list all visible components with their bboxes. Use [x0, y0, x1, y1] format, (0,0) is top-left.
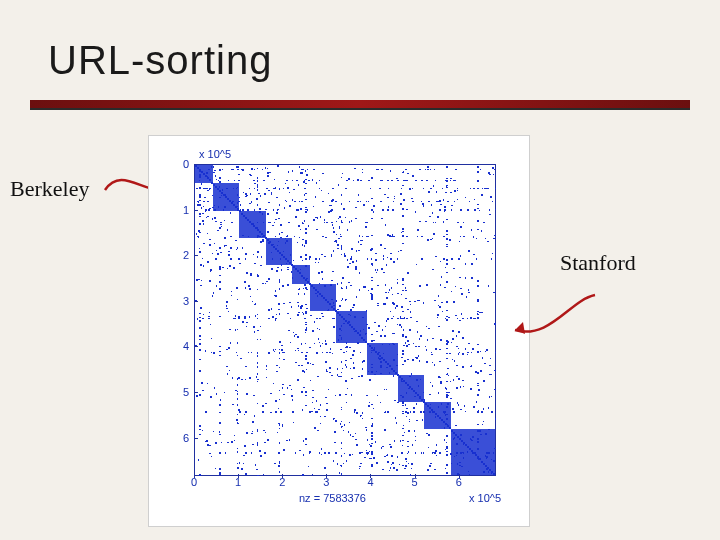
- y-tick-label: 1: [159, 204, 189, 216]
- title-rule: [30, 100, 690, 108]
- y-tick-label: 6: [159, 432, 189, 444]
- annotation-berkeley: Berkeley: [10, 176, 89, 202]
- slide-title: URL-sorting: [48, 38, 272, 83]
- y-tick-label: 3: [159, 295, 189, 307]
- plot-area: [194, 164, 496, 476]
- y-tick-label: 0: [159, 158, 189, 170]
- y-tick-label: 5: [159, 386, 189, 398]
- spy-plot: x 10^5 nz = 7583376 x 10^5 0123456012345…: [148, 135, 530, 527]
- y-axis-exponent: x 10^5: [199, 148, 231, 160]
- x-axis-exponent: x 10^5: [469, 492, 501, 504]
- slide: URL-sorting Berkeley x 10^5 nz = 7583376…: [0, 0, 720, 540]
- nz-label: nz = 7583376: [299, 492, 366, 504]
- y-tick-label: 2: [159, 249, 189, 261]
- annotation-stanford: Stanford: [560, 250, 636, 276]
- y-tick-label: 4: [159, 340, 189, 352]
